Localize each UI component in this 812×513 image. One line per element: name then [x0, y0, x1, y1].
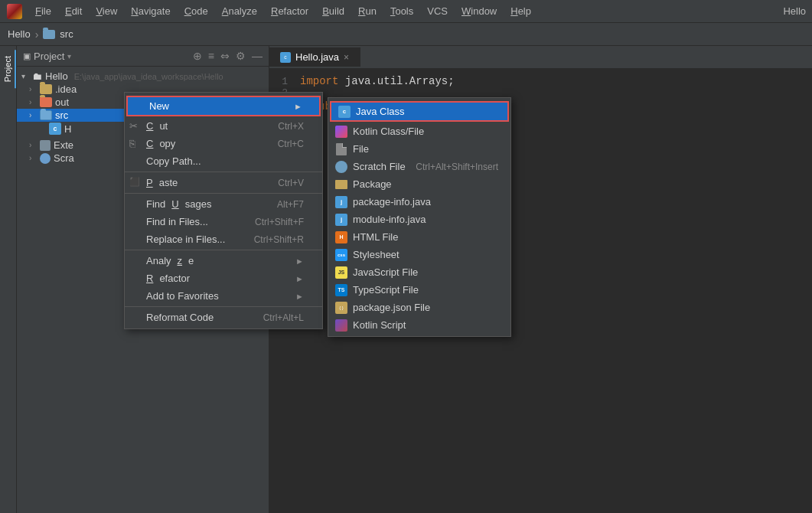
- java-class-sub-icon: c: [338, 105, 351, 119]
- sub-stylesheet-label: Stylesheet: [353, 249, 399, 260]
- menu-navigate[interactable]: Navigate: [125, 3, 176, 19]
- menu-build[interactable]: Build: [316, 3, 351, 19]
- menu-help[interactable]: Help: [504, 3, 537, 19]
- find-usages-shortcut: Alt+F7: [277, 199, 304, 210]
- ctx-new-label: New: [149, 100, 169, 112]
- tab-hello-java[interactable]: c Hello.java ×: [269, 47, 360, 67]
- sub-stylesheet[interactable]: css Stylesheet: [328, 246, 510, 263]
- ctx-favorites[interactable]: Add to Favorites ►: [125, 287, 322, 305]
- scratch-shortcut: Ctrl+Alt+Shift+Insert: [416, 162, 498, 172]
- editor-tabs: c Hello.java ×: [269, 46, 812, 69]
- menu-code[interactable]: Code: [178, 3, 214, 19]
- tree-arrow-scratch: ›: [29, 154, 37, 162]
- pkg-info-icon: j: [334, 195, 348, 209]
- locate-icon[interactable]: ⊕: [193, 50, 202, 62]
- breadcrumb-folder[interactable]: src: [60, 28, 73, 40]
- sub-kotlin-class[interactable]: Kotlin Class/File: [328, 123, 510, 140]
- sub-json-label: package.json File: [353, 302, 430, 313]
- tree-idea-label: .idea: [55, 83, 77, 95]
- ctx-replace-files[interactable]: Replace in Files... Ctrl+Shift+R: [125, 230, 322, 248]
- menu-view[interactable]: View: [90, 3, 123, 19]
- tree-hello-java-label: H: [64, 123, 71, 135]
- ctx-paste[interactable]: ⬛ Paste Ctrl+V: [125, 172, 322, 191]
- sub-package-info[interactable]: j package-info.java: [328, 193, 510, 211]
- tree-arrow-ext: ›: [29, 141, 37, 149]
- sub-package-info-label: package-info.java: [353, 196, 431, 207]
- tab-java-icon: c: [280, 52, 291, 63]
- menu-tools[interactable]: Tools: [384, 3, 419, 19]
- project-panel: ▣ Project ▾ ⊕ ≡ ⇔ ⚙ — ▾ 🖿 Hello E:\java_…: [17, 46, 269, 513]
- menu-analyze[interactable]: Analyze: [216, 3, 263, 19]
- js-sub-icon: JS: [334, 266, 348, 279]
- breadcrumb-project[interactable]: Hello: [8, 28, 31, 40]
- sub-json[interactable]: { } package.json File: [328, 299, 510, 316]
- minimize-icon[interactable]: —: [252, 50, 263, 62]
- json-sub-icon: { }: [334, 301, 348, 315]
- sub-ts-label: TypeScript File: [353, 284, 419, 296]
- reformat-shortcut: Ctrl+Alt+L: [263, 312, 304, 323]
- ctx-find-files[interactable]: Find in Files... Ctrl+Shift+F: [125, 213, 322, 230]
- ctx-find-usages[interactable]: Find Usages Alt+F7: [125, 193, 322, 213]
- ctx-new[interactable]: New ► c Java Class Kotli: [126, 96, 321, 116]
- package-sub-icon: [334, 178, 348, 191]
- refactor-arrow: ►: [295, 274, 304, 283]
- file-sub-icon: [334, 142, 348, 156]
- expand-icon[interactable]: ⇔: [220, 50, 230, 62]
- ctx-reformat[interactable]: Reformat Code Ctrl+Alt+L: [125, 306, 322, 326]
- copy-icon: [129, 138, 142, 150]
- tab-close-button[interactable]: ×: [344, 52, 349, 63]
- menu-refactor[interactable]: Refactor: [265, 3, 315, 19]
- main-layout: Project ▣ Project ▾ ⊕ ≡ ⇔ ⚙ — ▾ 🖿: [0, 46, 812, 513]
- settings-icon[interactable]: ⚙: [236, 50, 246, 62]
- sub-module-info-label: module-info.java: [353, 214, 426, 225]
- folder-src-icon: [40, 110, 52, 120]
- sub-ts[interactable]: TS TypeScript File: [328, 281, 510, 299]
- tree-arrow-out: ›: [29, 98, 37, 106]
- sub-package[interactable]: Package: [328, 175, 510, 193]
- folder-idea-icon: [40, 84, 52, 94]
- greeting-label: Hello: [783, 5, 806, 17]
- app-logo: [6, 3, 23, 20]
- sidebar-tab-project[interactable]: Project: [1, 50, 16, 88]
- sub-kotlin-script[interactable]: Kotlin Script: [328, 316, 510, 334]
- ts-sub-icon: TS: [334, 283, 348, 297]
- tree-arrow: ▾: [21, 72, 29, 80]
- tree-root-hello[interactable]: ▾ 🖿 Hello E:\java_app\java_idea_workspac…: [17, 70, 269, 83]
- sub-java-class[interactable]: c Java Class: [330, 101, 509, 122]
- tree-external-label: Exte: [54, 139, 73, 151]
- ctx-refactor[interactable]: Refactor ►: [125, 270, 322, 287]
- menu-run[interactable]: Run: [352, 3, 383, 19]
- menu-bar: File Edit View Navigate Code Analyze Ref…: [0, 0, 812, 23]
- menu-window[interactable]: Window: [455, 3, 503, 19]
- ctx-cut[interactable]: Cut Ctrl+X: [125, 117, 322, 135]
- code-line-1: 1 import java.util.Arrays;: [269, 75, 812, 87]
- menu-edit[interactable]: Edit: [59, 3, 88, 19]
- ctx-analyze[interactable]: Analyze ►: [125, 250, 322, 270]
- tree-arrow-src: ›: [29, 111, 37, 119]
- css-sub-icon: css: [334, 248, 348, 262]
- menu-file[interactable]: File: [29, 3, 57, 19]
- line-number-1: 1: [269, 76, 300, 87]
- tree-src-label: src: [55, 109, 68, 121]
- sub-js[interactable]: JS JavaScript File: [328, 263, 510, 281]
- sub-file[interactable]: File: [328, 140, 510, 158]
- sub-html[interactable]: H HTML File: [328, 228, 510, 246]
- line-content-1: import java.util.Arrays;: [300, 75, 455, 87]
- sub-module-info[interactable]: j module-info.java: [328, 211, 510, 228]
- sidebar-tabs: Project: [0, 46, 17, 513]
- sub-kotlin-script-label: Kotlin Script: [353, 319, 406, 331]
- ctx-copy-path[interactable]: Copy Path...: [125, 152, 322, 170]
- panel-title-button[interactable]: ▣ Project ▾: [23, 51, 71, 62]
- sub-scratch-file[interactable]: Scratch File Ctrl+Alt+Shift+Insert: [328, 158, 510, 175]
- ctx-copy[interactable]: Copy Ctrl+C: [125, 135, 322, 152]
- mod-info-icon: j: [334, 213, 348, 227]
- submenu: c Java Class Kotlin Class/File: [328, 97, 511, 337]
- keyword-import: import: [300, 75, 338, 87]
- sub-js-label: JavaScript File: [353, 266, 418, 278]
- breadcrumb: Hello › src: [0, 23, 812, 46]
- collapse-icon[interactable]: ≡: [208, 50, 214, 62]
- analyze-arrow: ►: [295, 256, 304, 266]
- menu-vcs[interactable]: VCS: [421, 3, 454, 19]
- ctx-new-arrow: ►: [294, 102, 302, 111]
- tab-hello-java-label: Hello.java: [295, 51, 339, 63]
